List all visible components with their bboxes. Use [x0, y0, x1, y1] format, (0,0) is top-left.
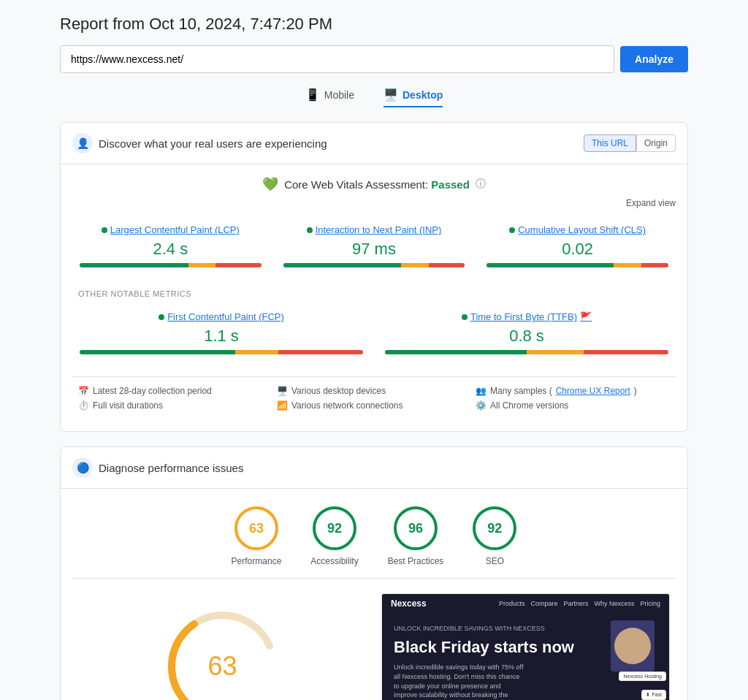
perf-tag-1: Nexcess Hosting — [619, 672, 666, 681]
real-users-icon: 👤 — [72, 133, 93, 153]
score-best-practices: 96 Best Practices — [388, 506, 444, 566]
url-input[interactable] — [60, 45, 614, 73]
site-screenshot: Nexcess Products Compare Partners Why Ne… — [381, 593, 670, 700]
metric-inp-dot — [307, 227, 313, 233]
perf-tag-2: ⬇ Fast — [641, 690, 666, 700]
cwv-assessment: 💚 Core Web Vitals Assessment: Passed ⓘ — [72, 176, 676, 192]
site-hero: UNLOCK INCREDIBLE SAVINGS WITH NEXCESS B… — [382, 613, 669, 700]
tab-mobile-label: Mobile — [324, 89, 354, 101]
site-nav-bar: Nexcess Products Compare Partners Why Ne… — [382, 594, 669, 613]
diagnose-section: 🔵 Diagnose performance issues 63 Perform… — [60, 446, 688, 700]
other-metrics-label: OTHER NOTABLE METRICS — [72, 289, 676, 298]
other-metrics-grid: First Contentful Paint (FCP) 1.1 s Time … — [72, 304, 676, 365]
metric-inp-bar — [283, 263, 465, 267]
score-accessibility-circle: 92 — [313, 506, 356, 550]
metric-ttfb-bar — [385, 350, 668, 354]
score-best-practices-label: Best Practices — [388, 556, 444, 566]
ttfb-flag-icon: 🚩 — [580, 311, 592, 322]
metric-ttfb-value: 0.8 s — [383, 327, 670, 346]
timer-icon: ⏱️ — [78, 400, 89, 411]
score-accessibility-value: 92 — [327, 521, 342, 536]
score-accessibility: 92 Accessibility — [310, 506, 358, 566]
score-accessibility-label: Accessibility — [310, 556, 358, 566]
score-best-practices-value: 96 — [408, 521, 423, 536]
metric-fcp-name[interactable]: First Contentful Paint (FCP) — [78, 311, 365, 322]
site-nav-links: Products Compare Partners Why Nexcess Pr… — [499, 600, 660, 607]
metric-fcp-value: 1.1 s — [78, 327, 365, 346]
nav-partners: Partners — [563, 600, 588, 607]
desktop-icon: 🖥️ — [383, 88, 398, 102]
score-performance-circle: 63 — [234, 506, 278, 550]
tab-desktop-label: Desktop — [402, 89, 443, 101]
perf-gauge: 63 — [157, 601, 289, 700]
gear-icon: ⚙️ — [476, 400, 486, 411]
score-performance-label: Performance — [232, 556, 282, 566]
metric-fcp-dot — [159, 314, 164, 320]
mobile-icon: 📱 — [305, 88, 320, 102]
data-info-network: 📶 Various network connections — [277, 400, 471, 411]
perf-detail: 63 Performance Values are estimated and … — [61, 579, 687, 700]
real-users-section: 👤 Discover what your real users are expe… — [60, 122, 688, 432]
url-bar: Analyze — [60, 45, 688, 73]
metric-lcp-name[interactable]: Largest Contentful Paint (LCP) — [78, 224, 263, 235]
metric-ttfb-name[interactable]: Time to First Byte (TTFB) 🚩 — [383, 311, 670, 322]
gauge-svg — [157, 601, 289, 700]
metric-inp-value: 97 ms — [282, 240, 467, 259]
metric-cls-name[interactable]: Cumulative Layout Shift (CLS) — [485, 224, 670, 235]
cwv-info-icon[interactable]: ⓘ — [476, 178, 486, 191]
tab-mobile[interactable]: 📱 Mobile — [305, 88, 354, 107]
nav-store: Pricing — [640, 600, 660, 607]
metric-fcp: First Contentful Paint (FCP) 1.1 s — [72, 304, 370, 365]
diagnose-icon: 🔵 — [72, 457, 93, 478]
expand-view-button[interactable]: Expand view — [72, 198, 676, 208]
origin-button[interactable]: Origin — [636, 134, 676, 152]
score-seo-circle: 92 — [473, 506, 516, 550]
score-performance-value: 63 — [249, 521, 264, 536]
hero-avatar — [611, 620, 654, 672]
scores-row: 63 Performance 92 Accessibility 96 Best … — [61, 489, 687, 578]
score-seo-label: SEO — [473, 556, 516, 566]
chrome-ux-link[interactable]: Chrome UX Report — [556, 386, 630, 396]
metric-ttfb-dot — [462, 314, 468, 320]
avatar-image — [614, 628, 651, 664]
score-seo: 92 SEO — [473, 506, 516, 566]
people-icon: 👥 — [476, 386, 486, 396]
url-toggle: This URL Origin — [584, 134, 676, 152]
metric-cls-value: 0.02 — [485, 240, 670, 259]
metric-lcp-value: 2.4 s — [78, 240, 263, 259]
this-url-button[interactable]: This URL — [584, 134, 636, 152]
data-info-durations: ⏱️ Full visit durations — [78, 400, 272, 411]
cwv-label: Core Web Vitals Assessment: Passed — [284, 178, 470, 191]
hero-body: Unlock incredible savings today with 75%… — [394, 663, 525, 700]
data-info-chrome: ⚙️ All Chrome versions — [476, 400, 670, 411]
metric-ttfb: Time to First Byte (TTFB) 🚩 0.8 s — [378, 304, 676, 365]
metric-cls: Cumulative Layout Shift (CLS) 0.02 — [479, 217, 676, 278]
metric-inp: Interaction to Next Paint (INP) 97 ms — [276, 217, 473, 278]
wifi-icon: 📶 — [277, 400, 288, 411]
cwv-container: 💚 Core Web Vitals Assessment: Passed ⓘ E… — [61, 164, 687, 431]
monitor-icon: 🖥️ — [277, 386, 288, 396]
real-users-title-group: 👤 Discover what your real users are expe… — [72, 133, 327, 153]
report-title: Report from Oct 10, 2024, 7:47:20 PM — [60, 15, 688, 34]
metric-cls-dot — [509, 227, 515, 233]
data-info-devices: 🖥️ Various desktop devices — [277, 386, 471, 396]
cwv-icon: 💚 — [262, 176, 278, 192]
metric-lcp-dot — [102, 227, 107, 233]
metric-lcp-bar — [80, 263, 262, 267]
tab-desktop[interactable]: 🖥️ Desktop — [383, 88, 443, 107]
data-info: 📅 Latest 28-day collection period 🖥️ Var… — [72, 376, 676, 419]
nav-products: Products — [499, 600, 525, 607]
nav-compare: Compare — [530, 600, 557, 607]
metric-lcp: Largest Contentful Paint (LCP) 2.4 s — [72, 217, 269, 278]
metrics-grid: Largest Contentful Paint (LCP) 2.4 s Int… — [72, 217, 676, 278]
real-users-header: 👤 Discover what your real users are expe… — [61, 123, 687, 164]
diagnose-title: Diagnose performance issues — [99, 462, 243, 474]
analyze-button[interactable]: Analyze — [620, 46, 688, 72]
diagnose-title-group: 🔵 Diagnose performance issues — [72, 457, 243, 478]
metric-inp-name[interactable]: Interaction to Next Paint (INP) — [282, 224, 467, 235]
cwv-status: Passed — [431, 178, 470, 191]
metric-fcp-bar — [80, 350, 363, 354]
perf-gauge-area: 63 Performance Values are estimated and … — [78, 593, 367, 700]
score-seo-value: 92 — [487, 521, 502, 536]
score-performance: 63 Performance — [232, 506, 282, 566]
